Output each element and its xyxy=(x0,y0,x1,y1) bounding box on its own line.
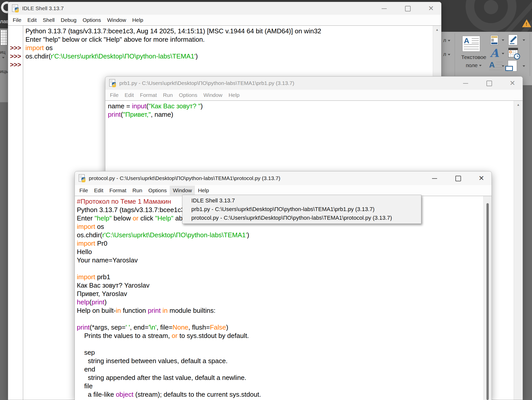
ribbon-separator xyxy=(455,33,455,76)
scrollbar[interactable] xyxy=(483,196,492,400)
code-segment: r'C:\Users\uprkt\Desktop\ПО\python-labs\… xyxy=(102,231,247,239)
icon-part xyxy=(491,36,497,38)
menu-options[interactable]: Options xyxy=(80,15,104,25)
menu-window[interactable]: Window xyxy=(104,15,129,25)
code-segment: in xyxy=(116,307,121,314)
word-left-partial-label: ицы xyxy=(0,69,8,74)
prb1-titlebar[interactable]: prb1.py - C:\Users\uprkt\Desktop\ПО\pyth… xyxy=(105,77,523,90)
python-file-icon xyxy=(12,4,20,12)
scroll-up-icon[interactable]: ▲ xyxy=(514,103,523,107)
window-menu-item[interactable]: prb1.py - C:\Users\uprkt\Desktop\ПО\pyth… xyxy=(182,205,421,214)
code-segment: module builtins: xyxy=(168,307,215,314)
code-segment: to sys.stdout by default. xyxy=(178,332,249,339)
desktop: лав ! л л A Текстовое поле A xyxy=(0,0,532,400)
chevron-down-icon[interactable] xyxy=(502,39,504,41)
code-segment: ) xyxy=(226,323,228,331)
menu-help[interactable]: Help xyxy=(225,90,242,100)
ribbon-partial-dropdown-top[interactable]: л xyxy=(443,37,450,43)
menu-edit[interactable]: Edit xyxy=(91,186,106,195)
chevron-down-icon[interactable] xyxy=(523,65,525,67)
code-segment: print xyxy=(148,307,161,314)
editor-text[interactable]: #Протокол по Теме 1 МамакинPython 3.13.7… xyxy=(75,196,483,400)
code-segment: function xyxy=(121,307,148,314)
word-left-partial-label: иц xyxy=(0,49,6,55)
scrollbar[interactable]: ▲ xyxy=(514,101,523,400)
code-segment: Python 3.13.7 (tags/v3.13.7:bcee1c3, Aug… xyxy=(25,27,321,35)
protocol-titlebar[interactable]: protocol.py - C:\Users\uprkt\Desktop\ПО\… xyxy=(75,171,492,185)
chevron-down-icon[interactable] xyxy=(502,53,504,54)
scroll-up-icon[interactable]: ▲ xyxy=(433,28,441,32)
quick-parts-icon[interactable] xyxy=(491,35,498,45)
maximize-button[interactable] xyxy=(485,80,493,87)
menu-options[interactable]: Options xyxy=(145,186,170,195)
code-segment: , file= xyxy=(156,323,172,331)
idle-shell-menubar: FileEditShellDebugOptionsWindowHelp xyxy=(8,15,441,25)
window-menu-item[interactable]: IDLE Shell 3.13.7 xyxy=(182,196,421,205)
code-segment: ) xyxy=(247,231,249,239)
menu-shell[interactable]: Shell xyxy=(40,15,58,25)
code-segment: #Протокол по Теме 1 Мамакин xyxy=(77,198,171,205)
code-segment: name = xyxy=(108,102,132,110)
minimize-button[interactable] xyxy=(431,175,438,182)
menu-file[interactable]: File xyxy=(107,90,122,100)
scrollbar-thumb[interactable] xyxy=(486,203,489,400)
table-grid-icon[interactable] xyxy=(1,30,7,46)
code-line: print("Привет,", name) xyxy=(108,110,514,119)
code-segment: object xyxy=(116,391,133,398)
code-segment: below xyxy=(112,214,133,222)
code-line: sep xyxy=(77,348,483,357)
minimize-button[interactable] xyxy=(462,80,469,87)
close-button[interactable]: ✕ xyxy=(478,175,485,182)
warning-icon[interactable]: ! xyxy=(522,19,531,27)
wordart-icon[interactable]: A xyxy=(490,47,499,60)
window-title: prb1.py - C:\Users\uprkt\Desktop\ПО\pyth… xyxy=(119,80,294,86)
code-segment: os xyxy=(44,44,53,52)
menu-window[interactable]: Window xyxy=(170,186,195,195)
code-line: os.chdir(r'C:\Users\uprkt\Desktop\ПО\pyt… xyxy=(77,231,483,239)
code-segment: file xyxy=(77,382,93,390)
menu-format[interactable]: Format xyxy=(106,186,130,195)
code-segment: , flush= xyxy=(188,323,210,331)
menu-help[interactable]: Help xyxy=(129,15,146,25)
menu-run[interactable]: Run xyxy=(130,186,146,195)
menu-file[interactable]: File xyxy=(76,186,91,195)
maximize-button[interactable] xyxy=(404,5,411,12)
close-button[interactable]: ✕ xyxy=(427,5,435,12)
window-menu-item[interactable]: protocol.py - C:\Users\uprkt\Desktop\ПО\… xyxy=(182,214,421,222)
protocol-editor[interactable]: #Протокол по Теме 1 МамакинPython 3.13.7… xyxy=(75,196,492,400)
menu-options[interactable]: Options xyxy=(176,90,200,100)
code-line: Как Вас зовут? Yaroslav xyxy=(77,281,483,290)
text-box-button-label-1[interactable]: Текстовое xyxy=(456,54,492,60)
menu-format[interactable]: Format xyxy=(137,90,160,100)
code-segment: import xyxy=(25,44,44,52)
text-box-button-label-2[interactable]: поле xyxy=(456,62,492,68)
code-line: Enter "help" below or click "Help" above… xyxy=(25,35,433,44)
code-segment: import xyxy=(77,240,95,247)
code-line xyxy=(77,340,483,348)
code-segment: a file-like xyxy=(77,391,116,398)
signature-line-icon[interactable] xyxy=(508,35,517,45)
code-segment: Enter xyxy=(77,214,94,222)
menu-run[interactable]: Run xyxy=(160,90,176,100)
code-segment: end xyxy=(77,365,95,373)
code-line: Привет, Yaroslav xyxy=(77,290,483,298)
ribbon-partial-dropdown-bottom[interactable]: л xyxy=(443,51,450,57)
maximize-button[interactable] xyxy=(454,175,462,182)
menu-edit[interactable]: Edit xyxy=(24,15,40,25)
menu-edit[interactable]: Edit xyxy=(122,90,137,100)
code-line: os.chdir(r'C:\Users\uprkt\Desktop\ПО\pyt… xyxy=(25,52,433,61)
menu-debug[interactable]: Debug xyxy=(58,15,80,25)
chevron-down-icon xyxy=(479,65,482,66)
menu-help[interactable]: Help xyxy=(195,186,212,195)
menu-file[interactable]: File xyxy=(10,15,24,25)
code-segment xyxy=(161,307,163,314)
text-box-icon[interactable]: A xyxy=(462,36,480,52)
idle-shell-titlebar[interactable]: IDLE Shell 3.13.7 ✕ xyxy=(8,2,441,15)
word-tab-partial-label: лав xyxy=(0,18,9,24)
prb1-menubar: FileEditFormatRunOptionsWindowHelp xyxy=(105,90,523,100)
chevron-down-icon[interactable] xyxy=(523,39,525,41)
minimize-button[interactable] xyxy=(381,5,388,12)
menu-window[interactable]: Window xyxy=(200,90,225,100)
chevron-down-icon[interactable] xyxy=(502,65,504,67)
close-button[interactable]: ✕ xyxy=(509,80,516,87)
